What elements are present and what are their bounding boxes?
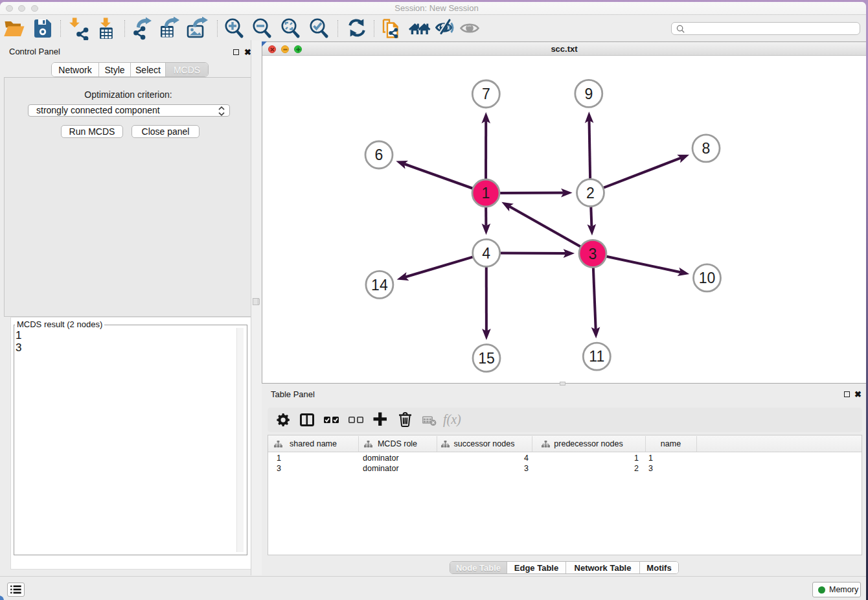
svg-text:11: 11 xyxy=(589,348,604,365)
svg-text:15: 15 xyxy=(478,350,495,367)
svg-text:14: 14 xyxy=(371,277,388,294)
svg-text:9: 9 xyxy=(584,86,593,102)
svg-text:10: 10 xyxy=(699,270,716,286)
svg-text:1: 1 xyxy=(482,185,490,202)
svg-text:2: 2 xyxy=(586,185,595,202)
svg-text:4: 4 xyxy=(482,245,490,262)
svg-text:6: 6 xyxy=(375,146,383,163)
svg-text:7: 7 xyxy=(482,86,490,102)
svg-text:8: 8 xyxy=(702,140,711,157)
svg-text:3: 3 xyxy=(589,246,597,262)
